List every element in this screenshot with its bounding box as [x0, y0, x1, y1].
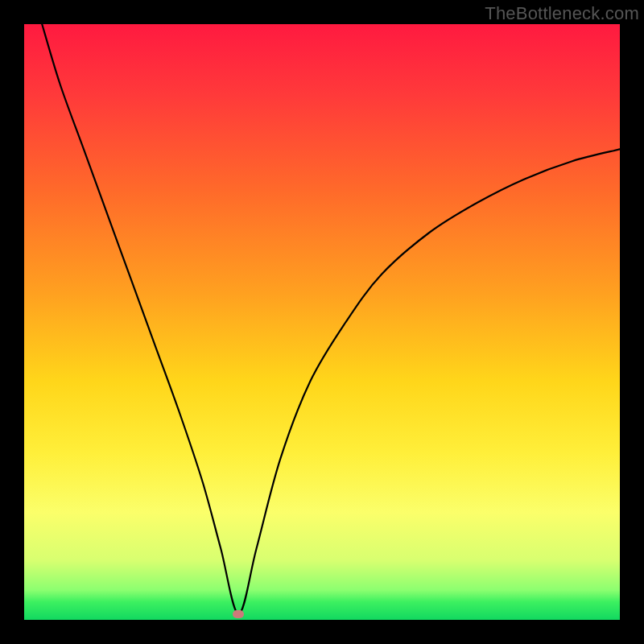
- chart-container: TheBottleneck.com: [0, 0, 644, 644]
- plot-area: [24, 24, 620, 620]
- minimum-marker: [233, 610, 244, 618]
- curve-svg: [24, 24, 620, 620]
- watermark-label: TheBottleneck.com: [485, 3, 639, 24]
- bottleneck-curve: [42, 24, 620, 614]
